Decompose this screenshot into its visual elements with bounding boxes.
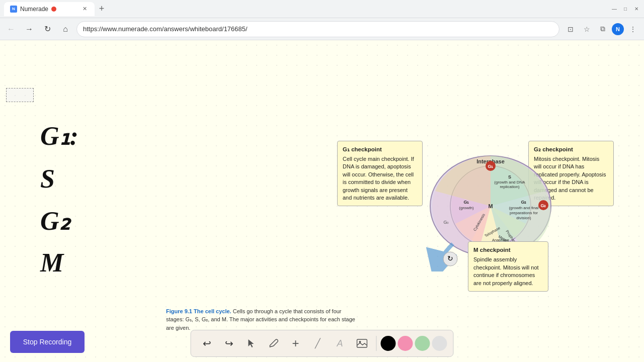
pen-tool-button[interactable]: [264, 333, 284, 353]
redo-button[interactable]: ↪: [219, 333, 239, 353]
toolbar-divider: [376, 336, 377, 351]
content-area: G₁: S G₂ M G₁ checkpoint Cell cycle main…: [0, 40, 644, 362]
close-button[interactable]: ✕: [633, 6, 640, 13]
nav-bar: ← → ↻ ⌂ https://www.numerade.com/answers…: [0, 18, 644, 40]
svg-text:G₁: G₁: [488, 164, 493, 169]
m-checkpoint-box: M checkpoint Spindle assembly checkpoint…: [468, 241, 548, 292]
active-tab[interactable]: N Numerade ✕: [4, 2, 95, 16]
g1-label: G₁:: [40, 121, 78, 152]
tab-title: Numerade: [20, 6, 48, 13]
menu-icon[interactable]: ⋮: [626, 22, 640, 36]
new-tab-button[interactable]: +: [95, 2, 109, 16]
svg-text:G₁: G₁: [463, 200, 469, 205]
svg-rect-28: [357, 339, 367, 347]
figure-label: Figure 9.1 The cell cycle.: [166, 308, 233, 314]
recording-dot: [51, 7, 56, 12]
refresh-button[interactable]: ↻: [40, 22, 54, 36]
image-button[interactable]: [352, 333, 372, 353]
profile-icon[interactable]: N: [612, 23, 624, 35]
g1-checkpoint-title: G₁ checkpoint: [343, 145, 417, 153]
m-checkpoint-title: M checkpoint: [473, 246, 543, 254]
diagram-area: G₁ checkpoint Cell cycle main checkpoint…: [332, 136, 614, 297]
maximize-button[interactable]: □: [622, 6, 629, 13]
svg-text:G₀: G₀: [443, 220, 449, 225]
forward-button[interactable]: →: [22, 22, 36, 36]
svg-text:G₂: G₂: [521, 200, 526, 205]
color-gray[interactable]: [432, 336, 447, 351]
bookmark-icon[interactable]: ☆: [580, 22, 594, 36]
svg-text:(growth and final: (growth and final: [509, 206, 538, 210]
back-button[interactable]: ←: [4, 22, 18, 36]
toolbar: ↩ ↪ + ╱ A: [191, 330, 454, 357]
add-button[interactable]: +: [286, 333, 306, 353]
m-checkpoint-text: Spindle assembly checkpoint. Mitosis wil…: [473, 256, 543, 287]
color-pink[interactable]: [398, 336, 413, 351]
tab-favicon: N: [10, 6, 17, 13]
color-green[interactable]: [415, 336, 430, 351]
undo-button[interactable]: ↩: [197, 333, 217, 353]
color-black[interactable]: [381, 336, 396, 351]
svg-text:(growth and DNA: (growth and DNA: [494, 180, 525, 185]
svg-text:replication): replication): [500, 185, 519, 189]
svg-text:division): division): [516, 216, 531, 220]
extensions-icon[interactable]: ⧉: [596, 22, 610, 36]
stop-recording-button[interactable]: Stop Recording: [10, 331, 85, 353]
svg-text:preparations for: preparations for: [510, 211, 538, 215]
handwritten-area: G₁: S G₂ M: [40, 121, 78, 278]
svg-text:M: M: [488, 203, 493, 209]
nav-icons: ⊡ ☆ ⧉ N ⋮: [564, 22, 640, 36]
window-controls: — □ ✕: [611, 6, 640, 13]
g1-checkpoint-box: G₁ checkpoint Cell cycle main checkpoint…: [337, 141, 423, 206]
select-tool-button[interactable]: [242, 333, 262, 353]
home-button[interactable]: ⌂: [58, 22, 72, 36]
m-label: M: [40, 248, 78, 278]
svg-text:(growth): (growth): [459, 206, 474, 210]
browser-frame: N Numerade ✕ + — □ ✕ ← → ↻ ⌂ https://www…: [0, 0, 644, 362]
figure-caption: Figure 9.1 The cell cycle. Cells go thro…: [166, 307, 357, 332]
address-bar[interactable]: https://www.numerade.com/answers/whitebo…: [76, 21, 559, 37]
minimize-button[interactable]: —: [611, 6, 618, 13]
cast-icon[interactable]: ⊡: [564, 22, 578, 36]
text-tool-button[interactable]: A: [330, 333, 350, 353]
url-text: https://www.numerade.com/answers/whitebo…: [83, 25, 248, 33]
selection-indicator: [6, 88, 34, 102]
tab-bar: N Numerade ✕ +: [4, 2, 611, 16]
eraser-button[interactable]: ╱: [308, 333, 328, 353]
s-label: S: [40, 164, 78, 194]
svg-text:S: S: [508, 174, 511, 179]
svg-text:G₂: G₂: [540, 203, 546, 208]
title-bar: N Numerade ✕ + — □ ✕: [0, 0, 644, 18]
g1-checkpoint-text: Cell cycle main checkpoint. If DNA is da…: [343, 155, 417, 202]
tab-close-button[interactable]: ✕: [80, 5, 89, 13]
g2-label: G₂: [40, 206, 78, 236]
svg-text:↻: ↻: [447, 254, 453, 262]
